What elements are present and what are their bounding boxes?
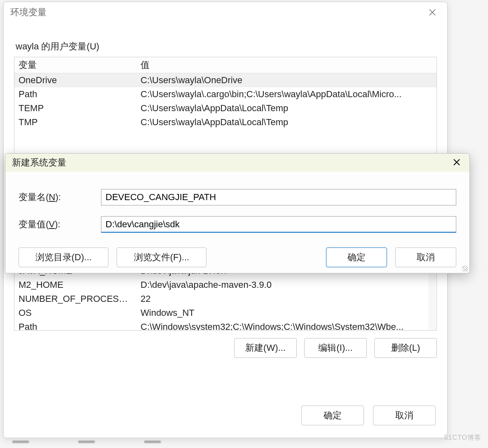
table-header: 变量 值 <box>14 57 436 73</box>
cell-var-name: Path <box>14 320 136 330</box>
cancel-button[interactable]: 取消 <box>373 406 436 425</box>
table-row[interactable]: TMPC:\Users\wayla\AppData\Local\Temp <box>14 115 436 129</box>
table-row[interactable]: OSWindows_NT <box>14 306 436 320</box>
var-value-label: 变量值(V): <box>19 218 95 231</box>
header-value[interactable]: 值 <box>136 57 436 73</box>
table-row[interactable]: NUMBER_OF_PROCESSORS22 <box>14 292 436 306</box>
cell-var-value: C:\Users\wayla\AppData\Local\Temp <box>136 101 436 115</box>
resize-grip-icon[interactable] <box>462 266 468 271</box>
cell-var-value: C:\Windows\system32;C:\Windows;C:\Window… <box>136 320 436 330</box>
modal-cancel-button[interactable]: 取消 <box>395 247 456 267</box>
table-row[interactable]: TEMPC:\Users\wayla\AppData\Local\Temp <box>14 101 436 115</box>
delete-sys-var-button[interactable]: 删除(L) <box>374 338 437 358</box>
cell-var-value: Windows_NT <box>136 306 436 320</box>
var-name-input[interactable] <box>101 189 456 205</box>
blurred-bg-row: ▬▬▬▬▬▬ <box>12 436 439 446</box>
window-title: 环境变量 <box>10 6 424 19</box>
modal-title: 新建系统变量 <box>12 156 450 169</box>
new-sys-var-button[interactable]: 新建(W)... <box>234 338 297 358</box>
cell-var-value: 22 <box>136 292 436 306</box>
modal-body: 变量名(N): 变量值(V): <box>5 172 469 233</box>
new-system-var-modal: 新建系统变量 变量名(N): 变量值(V): 浏览目录(D)... 浏览文件(F… <box>5 153 470 273</box>
header-variable[interactable]: 变量 <box>14 57 136 73</box>
table-row[interactable]: PathC:\Windows\system32;C:\Windows;C:\Wi… <box>14 320 436 330</box>
cell-var-value: C:\Users\wayla\AppData\Local\Temp <box>136 115 436 129</box>
var-name-label: 变量名(N): <box>19 191 95 203</box>
user-group-title: wayla 的用户变量(U) <box>16 40 437 53</box>
browse-file-button[interactable]: 浏览文件(F)... <box>117 247 206 267</box>
user-vars-table[interactable]: 变量 值 OneDriveC:\Users\wayla\OneDrivePath… <box>14 57 437 161</box>
titlebar: 环境变量 <box>4 2 447 23</box>
user-table-body: OneDriveC:\Users\wayla\OneDrivePathC:\Us… <box>14 73 436 129</box>
cell-var-value: D:\dev\java\apache-maven-3.9.0 <box>136 278 436 292</box>
var-value-input[interactable] <box>101 216 456 233</box>
sys-button-row: 新建(W)... 编辑(I)... 删除(L) <box>14 331 437 358</box>
cell-var-value: C:\Users\wayla\OneDrive <box>136 73 436 87</box>
edit-sys-var-button[interactable]: 编辑(I)... <box>304 338 367 358</box>
table-row[interactable]: OneDriveC:\Users\wayla\OneDrive <box>14 73 436 87</box>
modal-ok-button[interactable]: 确定 <box>326 247 387 267</box>
modal-titlebar: 新建系统变量 <box>5 154 469 172</box>
cell-var-value: C:\Users\wayla\.cargo\bin;C:\Users\wayla… <box>136 87 436 101</box>
modal-button-row: 浏览目录(D)... 浏览文件(F)... 确定 取消 <box>5 243 469 267</box>
cell-var-name: Path <box>14 87 136 101</box>
cell-var-name: OneDrive <box>14 73 136 87</box>
cell-var-name: TMP <box>14 115 136 129</box>
var-value-row: 变量值(V): <box>19 216 456 233</box>
user-vars-group: wayla 的用户变量(U) 变量 值 OneDriveC:\Users\way… <box>14 30 437 161</box>
dialog-button-row: 确定 取消 <box>301 406 436 425</box>
cell-var-name: NUMBER_OF_PROCESSORS <box>14 292 136 306</box>
close-icon[interactable] <box>424 4 441 21</box>
var-name-row: 变量名(N): <box>19 189 456 205</box>
table-row[interactable]: M2_HOMED:\dev\java\apache-maven-3.9.0 <box>14 278 436 292</box>
cell-var-name: M2_HOME <box>14 278 136 292</box>
cell-var-name: TEMP <box>14 101 136 115</box>
browse-dir-button[interactable]: 浏览目录(D)... <box>19 247 108 267</box>
close-icon[interactable] <box>450 156 463 169</box>
ok-button[interactable]: 确定 <box>301 406 364 425</box>
table-row[interactable]: PathC:\Users\wayla\.cargo\bin;C:\Users\w… <box>14 87 436 101</box>
cell-var-name: OS <box>14 306 136 320</box>
watermark: 51CTO博客 <box>444 434 481 442</box>
